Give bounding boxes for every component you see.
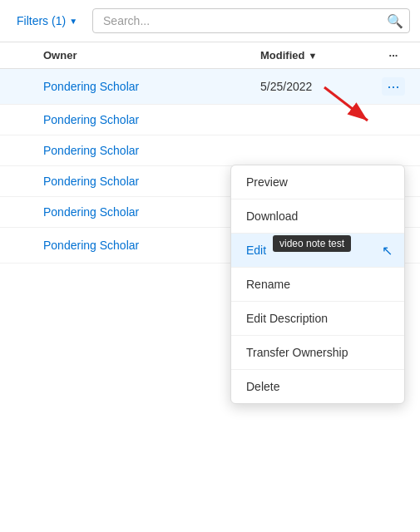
header-owner: Owner — [10, 49, 260, 62]
menu-item-rename[interactable]: Rename — [231, 268, 404, 302]
search-icon: 🔍 — [387, 14, 403, 28]
menu-item-edit[interactable]: Edit ↖ video note test — [231, 234, 404, 268]
search-wrapper: 🔍 — [92, 8, 410, 33]
row-owner: Pondering Scholar — [10, 113, 260, 126]
menu-item-edit-description[interactable]: Edit Description — [231, 302, 404, 336]
tooltip: video note test — [273, 235, 351, 252]
search-input[interactable] — [92, 8, 410, 33]
menu-item-preview[interactable]: Preview — [231, 165, 404, 200]
table-header: Owner Modified ▼ ··· — [0, 42, 420, 69]
row-owner: Pondering Scholar — [10, 239, 260, 252]
more-options-button[interactable]: ··· — [382, 77, 404, 96]
table-row: Pondering Scholar 5/25/2022 ··· — [0, 69, 420, 105]
chevron-down-icon: ▼ — [69, 17, 77, 26]
table-row: Pondering Scholar — [0, 105, 420, 135]
row-owner: Pondering Scholar — [10, 144, 260, 157]
row-owner: Pondering Scholar — [10, 80, 260, 93]
header-modified[interactable]: Modified ▼ — [260, 49, 377, 62]
row-owner: Pondering Scholar — [10, 205, 260, 219]
cursor-icon: ↖ — [382, 243, 393, 259]
sort-arrow-icon: ▼ — [308, 51, 317, 61]
context-menu: Preview Download Edit ↖ video note test … — [230, 165, 405, 404]
table-row: Pondering Scholar — [0, 135, 420, 166]
top-bar: Filters (1) ▼ 🔍 — [0, 0, 420, 42]
filter-button[interactable]: Filters (1) ▼ — [10, 11, 84, 31]
header-actions: ··· — [377, 49, 410, 62]
menu-item-download[interactable]: Download — [231, 200, 404, 234]
filter-label: Filters (1) — [17, 14, 66, 27]
search-icon-button[interactable]: 🔍 — [387, 13, 403, 29]
row-date: 5/25/2022 — [260, 80, 377, 93]
row-actions: ··· — [377, 77, 410, 96]
menu-item-delete[interactable]: Delete — [231, 370, 404, 403]
header-actions-icon: ··· — [389, 49, 398, 62]
menu-item-transfer-ownership[interactable]: Transfer Ownership — [231, 336, 404, 370]
row-owner: Pondering Scholar — [10, 175, 260, 188]
